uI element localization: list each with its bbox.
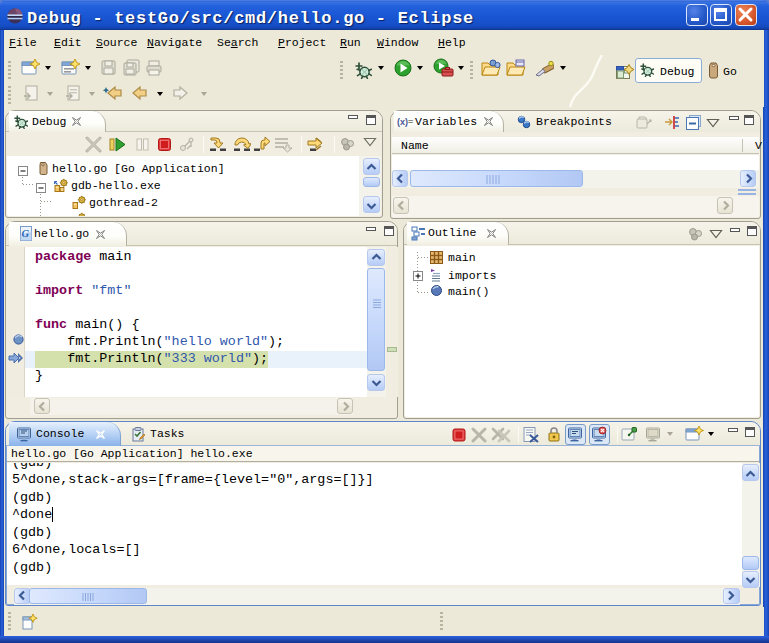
svg-text:G: G xyxy=(22,228,30,239)
